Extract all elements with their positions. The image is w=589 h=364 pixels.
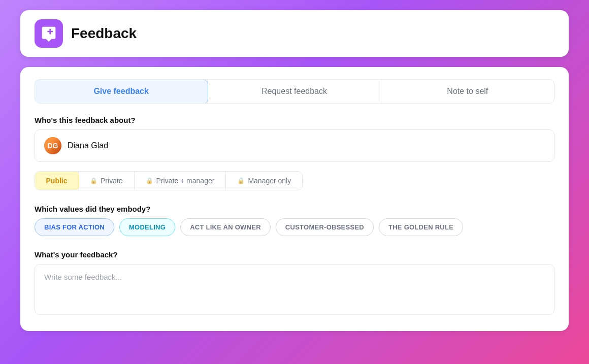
avatar: DG	[44, 137, 61, 154]
lock-icon-manager-only: 🔒	[237, 177, 245, 184]
manager-only-label: Manager only	[248, 177, 291, 185]
private-manager-label: Private + manager	[156, 177, 215, 185]
chat-icon	[41, 25, 57, 42]
tab-note-to-self[interactable]: Note to self	[381, 80, 554, 103]
value-bias-for-action[interactable]: BIAS FOR ACTION	[35, 218, 114, 236]
tab-request-feedback[interactable]: Request feedback	[207, 80, 380, 103]
value-modeling[interactable]: MODELING	[119, 218, 175, 236]
values-grid: BIAS FOR ACTION MODELING ACT LIKE AN OWN…	[35, 218, 554, 236]
feedback-label: What's your feedback?	[35, 250, 554, 259]
lock-icon-private: 🔒	[90, 177, 97, 184]
tab-give-feedback[interactable]: Give feedback	[35, 79, 208, 104]
lock-icon-private-manager: 🔒	[146, 177, 153, 184]
person-name: Diana Glad	[68, 141, 108, 150]
who-label: Who's this feedback about?	[35, 116, 554, 124]
visibility-manager-only[interactable]: 🔒 Manager only	[225, 172, 302, 190]
feedback-textarea[interactable]	[35, 264, 554, 315]
visibility-private-manager[interactable]: 🔒 Private + manager	[134, 172, 226, 190]
main-content: Give feedback Request feedback Note to s…	[20, 67, 569, 331]
header-card: Feedback	[20, 10, 569, 57]
app-icon	[35, 19, 63, 48]
public-label: Public	[46, 177, 68, 185]
avatar-inner: DG	[44, 137, 61, 154]
visibility-options: Public 🔒 Private 🔒 Private + manager 🔒 M…	[35, 171, 303, 190]
visibility-private[interactable]: 🔒 Private	[78, 172, 134, 190]
value-golden-rule[interactable]: THE GOLDEN RULE	[379, 218, 463, 236]
values-label: Which values did they embody?	[35, 205, 554, 213]
visibility-public[interactable]: Public	[35, 171, 79, 190]
value-act-like-owner[interactable]: ACT LIKE AN OWNER	[180, 218, 271, 236]
tab-bar: Give feedback Request feedback Note to s…	[35, 79, 554, 104]
person-selector[interactable]: DG Diana Glad	[35, 129, 554, 162]
value-customer-obsessed[interactable]: CUSTOMER-OBSESSED	[276, 218, 374, 236]
private-label: Private	[101, 177, 123, 185]
page-title: Feedback	[71, 25, 137, 42]
